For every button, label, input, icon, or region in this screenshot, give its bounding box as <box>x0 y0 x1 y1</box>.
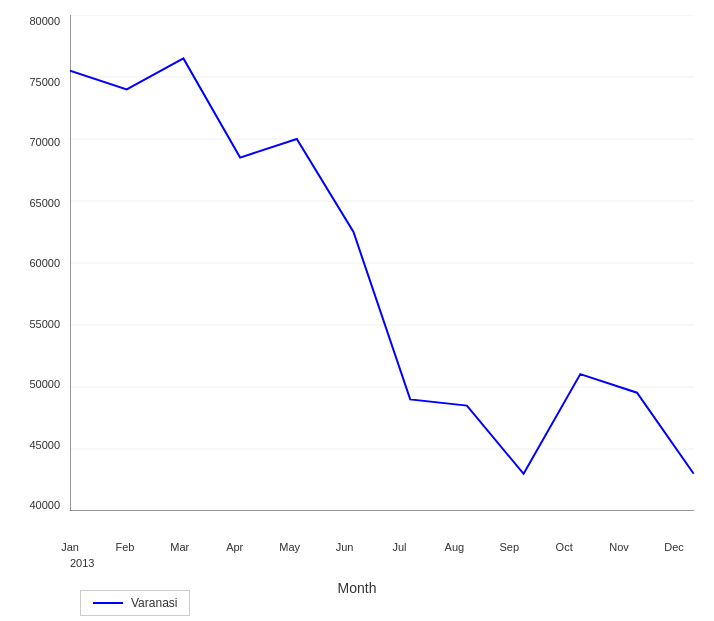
legend-label-varanasi: Varanasi <box>131 596 177 610</box>
y-axis-labels: 80000 75000 70000 65000 60000 55000 5000… <box>0 15 65 511</box>
x-label-aug: Aug <box>434 541 474 553</box>
varanasi-line <box>70 58 694 473</box>
y-label-45000: 45000 <box>29 439 60 451</box>
year-label-2013: 2013 <box>70 557 94 569</box>
x-label-may: May <box>270 541 310 553</box>
line-chart-svg <box>70 15 694 511</box>
x-label-dec: Dec <box>654 541 694 553</box>
y-label-55000: 55000 <box>29 318 60 330</box>
x-label-apr: Apr <box>215 541 255 553</box>
x-axis-labels: Jan Feb Mar Apr May Jun Jul Aug Sep Oct … <box>70 541 694 553</box>
chart-container: 80000 75000 70000 65000 60000 55000 5000… <box>0 0 714 621</box>
y-label-75000: 75000 <box>29 76 60 88</box>
x-label-jun: Jun <box>325 541 365 553</box>
legend: Varanasi <box>80 590 190 616</box>
x-label-jan: Jan <box>50 541 90 553</box>
x-label-nov: Nov <box>599 541 639 553</box>
y-label-50000: 50000 <box>29 378 60 390</box>
legend-line-varanasi <box>93 602 123 604</box>
y-label-60000: 60000 <box>29 257 60 269</box>
y-label-70000: 70000 <box>29 136 60 148</box>
x-label-mar: Mar <box>160 541 200 553</box>
y-label-40000: 40000 <box>29 499 60 511</box>
x-label-sep: Sep <box>489 541 529 553</box>
y-label-80000: 80000 <box>29 15 60 27</box>
x-label-oct: Oct <box>544 541 584 553</box>
y-label-65000: 65000 <box>29 197 60 209</box>
x-label-feb: Feb <box>105 541 145 553</box>
x-label-jul: Jul <box>379 541 419 553</box>
